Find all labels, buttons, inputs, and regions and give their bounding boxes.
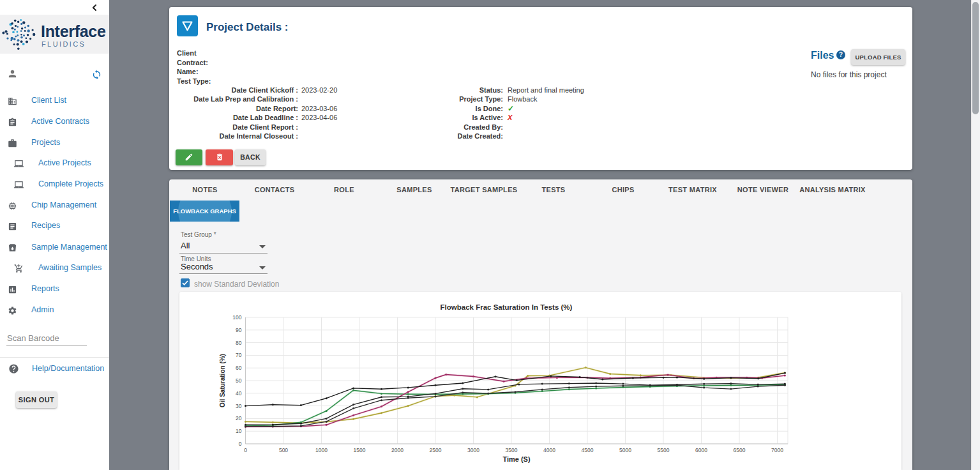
svg-text:30: 30 — [236, 403, 242, 409]
svg-text:500: 500 — [279, 447, 288, 453]
svg-text:50: 50 — [236, 377, 242, 384]
svg-text:80: 80 — [236, 340, 242, 346]
svg-text:3000: 3000 — [467, 447, 479, 453]
svg-text:0: 0 — [239, 441, 242, 447]
svg-text:10: 10 — [236, 428, 242, 434]
svg-text:4500: 4500 — [582, 447, 594, 453]
svg-text:20: 20 — [236, 415, 242, 421]
svg-text:90: 90 — [236, 327, 242, 333]
svg-text:6000: 6000 — [695, 447, 707, 453]
svg-text:Time (S): Time (S) — [502, 455, 531, 463]
svg-text:3500: 3500 — [506, 447, 518, 453]
svg-text:2500: 2500 — [430, 447, 442, 453]
svg-text:5500: 5500 — [658, 447, 670, 453]
svg-text:1500: 1500 — [354, 447, 366, 453]
svg-text:4000: 4000 — [543, 447, 555, 453]
svg-text:60: 60 — [236, 365, 242, 371]
svg-text:2000: 2000 — [391, 447, 403, 453]
svg-text:1000: 1000 — [315, 447, 328, 453]
svg-text:Flowback Frac Saturation In Te: Flowback Frac Saturation In Tests (%) — [441, 303, 573, 311]
svg-text:7000: 7000 — [771, 447, 783, 453]
svg-text:6500: 6500 — [734, 447, 746, 453]
svg-text:0: 0 — [244, 447, 247, 453]
svg-text:70: 70 — [236, 352, 242, 358]
svg-text:Oil Saturation (%): Oil Saturation (%) — [219, 354, 226, 407]
svg-text:5000: 5000 — [619, 447, 631, 453]
svg-text:40: 40 — [236, 390, 242, 397]
svg-text:100: 100 — [232, 314, 241, 321]
